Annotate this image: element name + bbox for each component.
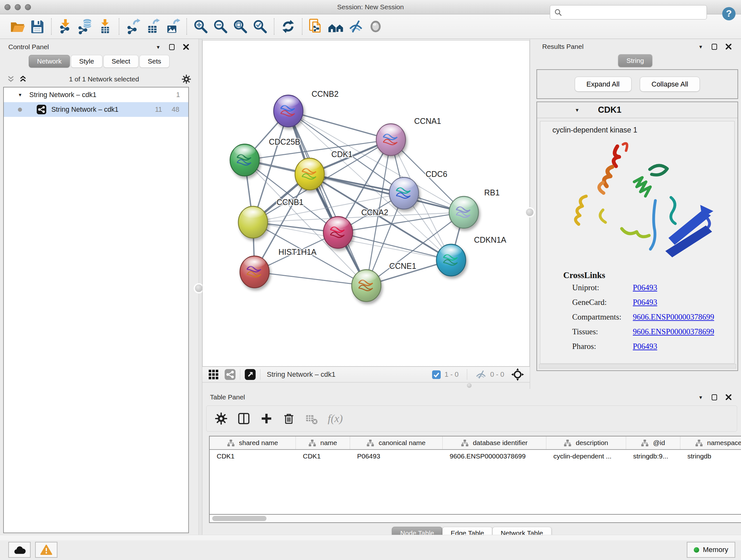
panel-menu-icon[interactable]: ▼ [698, 44, 703, 49]
column-header-@id[interactable]: @id [626, 436, 680, 449]
panel-float-icon[interactable] [712, 44, 717, 50]
column-header-shared-name[interactable]: shared name [210, 436, 296, 449]
refresh-button[interactable] [278, 17, 298, 36]
network-node-cdc6[interactable]: CDC6 [389, 170, 448, 209]
crosslink-link[interactable]: 9606.ENSP00000378699 [633, 327, 714, 336]
clone-network-button[interactable] [307, 17, 326, 36]
panel-menu-icon[interactable]: ▼ [156, 45, 160, 50]
fit-content-crosshair-icon[interactable] [511, 368, 524, 381]
import-network-button[interactable] [56, 17, 75, 36]
splitter-knob-right[interactable] [526, 208, 534, 216]
table-cell[interactable]: CDK1 [296, 450, 350, 462]
network-edge[interactable] [255, 272, 366, 286]
table-scrollbar[interactable] [209, 515, 741, 523]
network-canvas[interactable]: CCNB2CCNA1CDC25BCDK1CDC6RB1CCNB1CCNA2CDK… [202, 40, 530, 367]
panel-close-icon[interactable] [183, 44, 189, 50]
crosslink-link[interactable]: P06493 [633, 283, 657, 292]
collection-label: String Network – cdk1 [29, 91, 96, 99]
table-cell[interactable]: stringdb:9... [626, 450, 680, 462]
help-button[interactable]: ? [719, 4, 739, 23]
hide-panel-button[interactable] [346, 17, 366, 36]
table-cell[interactable]: 9606.ENSP00000378699 [443, 450, 546, 462]
open-session-button[interactable] [8, 17, 27, 36]
control-panel-title: Control Panel [8, 43, 49, 51]
export-table-button[interactable] [143, 17, 163, 36]
birds-eye-icon[interactable] [225, 369, 235, 380]
node-table[interactable]: shared namenamecanonical namedatabase id… [209, 436, 741, 515]
search-field[interactable] [550, 5, 707, 19]
zoom-selected-button[interactable] [250, 17, 270, 36]
splitter-knob-left[interactable] [195, 285, 203, 292]
import-database-button[interactable] [75, 17, 95, 36]
panel-close-icon[interactable] [726, 44, 731, 50]
tab-style[interactable]: Style [71, 55, 103, 68]
panel-close-icon[interactable] [726, 394, 731, 400]
add-column-icon[interactable] [260, 412, 273, 425]
column-header-canonical-name[interactable]: canonical name [350, 436, 443, 449]
panel-float-icon[interactable] [169, 44, 175, 50]
import-table-button[interactable] [95, 17, 115, 36]
memory-button[interactable]: Memory [687, 542, 735, 558]
horizontal-splitter[interactable] [202, 382, 530, 389]
expand-all-button[interactable]: Expand All [575, 77, 631, 91]
cloud-status-button[interactable] [8, 542, 30, 558]
crosslink-link[interactable]: P06493 [633, 342, 657, 351]
tab-sets[interactable]: Sets [139, 55, 170, 68]
export-image-button[interactable] [163, 17, 183, 36]
node-label-rb1: RB1 [484, 188, 500, 197]
network-node-cdkn1a[interactable]: CDKN1A [436, 235, 507, 276]
show-columns-icon[interactable] [237, 412, 251, 425]
results-scrollbar[interactable] [539, 364, 736, 368]
table-cell[interactable]: stringdb [680, 450, 741, 462]
zoom-fit-button[interactable] [230, 17, 250, 36]
show-panel-button[interactable] [366, 17, 386, 36]
gear-icon[interactable] [181, 74, 192, 84]
crosslink-row: Pharos:P06493 [563, 339, 734, 354]
network-node-ccne1[interactable]: CCNE1 [352, 261, 416, 302]
column-header-description[interactable]: description [546, 436, 626, 449]
expand-all-icon[interactable] [19, 75, 27, 83]
detach-view-icon[interactable] [245, 369, 256, 380]
tab-network[interactable]: Network [29, 55, 70, 68]
network-collection-row[interactable]: ▼ String Network – cdk1 1 [4, 87, 188, 102]
zoom-out-button[interactable] [211, 17, 230, 36]
table-scrollbar-thumb[interactable] [212, 516, 266, 521]
collapse-all-icon[interactable] [7, 75, 15, 83]
grid-view-icon[interactable] [208, 369, 219, 380]
crosslink-link[interactable]: P06493 [633, 298, 657, 307]
column-header-name[interactable]: name [296, 436, 350, 449]
tab-select[interactable]: Select [104, 55, 138, 68]
network-node-hist1h1a[interactable]: HIST1H1A [240, 247, 317, 288]
column-header-database-identifier[interactable]: database identifier [443, 436, 546, 449]
tab-string[interactable]: String [618, 54, 652, 67]
network-node-ccna1[interactable]: CCNA1 [376, 117, 441, 155]
panel-float-icon[interactable] [712, 394, 717, 400]
export-network-button[interactable] [123, 17, 143, 36]
save-session-button[interactable] [27, 17, 47, 36]
zoom-in-icon [193, 18, 209, 35]
network-row-selected[interactable]: String Network – cdk1 11 48 [4, 102, 188, 117]
column-header-namespace[interactable]: namespace [680, 436, 741, 449]
tree-expand-icon[interactable]: ▼ [4, 92, 22, 98]
network-node-rb1[interactable]: RB1 [449, 188, 499, 228]
home-networks-button[interactable] [326, 17, 346, 36]
table-cell[interactable]: CDK1 [210, 450, 296, 462]
table-gear-icon[interactable] [215, 412, 227, 425]
network-share-icon [37, 105, 46, 114]
network-view-toolbar: String Network – cdk1 1 - 0 0 - 0 [202, 367, 530, 382]
table-cell[interactable]: cyclin-dependent ... [546, 450, 626, 462]
delete-column-icon[interactable] [282, 412, 295, 425]
warnings-button[interactable] [35, 542, 57, 558]
eye-slash-icon [348, 18, 364, 35]
panel-menu-icon[interactable]: ▼ [698, 395, 703, 400]
search-input[interactable] [562, 9, 699, 16]
crosslink-link[interactable]: 9606.ENSP00000378699 [633, 313, 714, 321]
collapse-all-button[interactable]: Collapse All [640, 77, 700, 91]
gene-section-header[interactable]: ▼ CDK1 [537, 102, 738, 118]
table-cell[interactable]: P06493 [350, 450, 443, 462]
splitter-knob-bottom[interactable] [467, 383, 472, 388]
table-row[interactable]: CDK1CDK1P064939606.ENSP00000378699cyclin… [210, 450, 741, 462]
gene-collapse-icon[interactable]: ▼ [575, 108, 580, 112]
selected-checkbox-icon[interactable] [432, 370, 441, 379]
zoom-in-button[interactable] [191, 17, 211, 36]
